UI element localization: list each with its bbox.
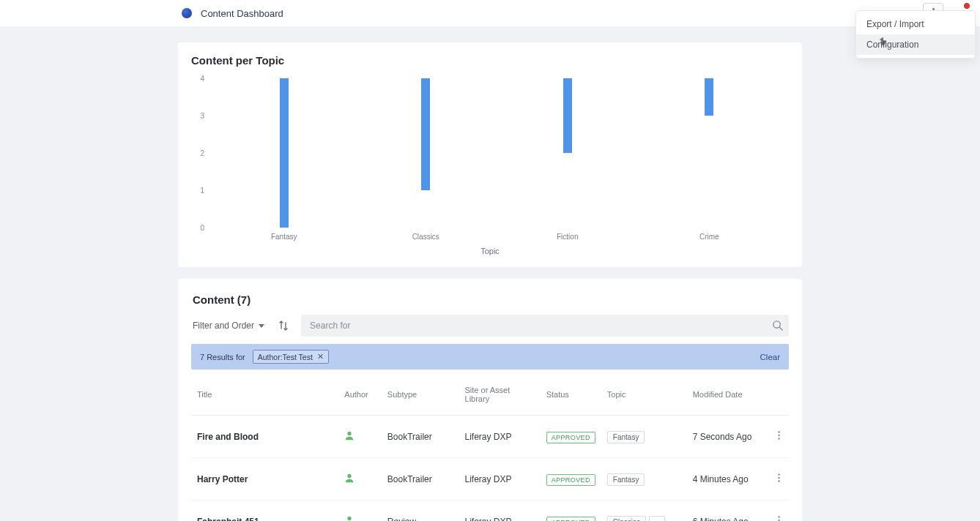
bar-slot: Fiction (497, 78, 639, 228)
cell-subtype: Review (382, 501, 459, 522)
cell-site: Liferay DXP (459, 416, 541, 458)
cell-author (338, 458, 381, 501)
content-count: (7) (237, 293, 250, 306)
bar-slot: Fantasy (213, 78, 355, 228)
topic-tag[interactable]: Classics (607, 516, 646, 522)
col-header-author[interactable]: Author (338, 372, 381, 416)
sort-direction-button[interactable] (275, 317, 292, 334)
cell-site: Liferay DXP (459, 501, 541, 522)
caret-down-icon (259, 324, 264, 328)
status-badge: APPROVED (546, 517, 595, 522)
status-badge: APPROVED (546, 474, 595, 486)
topic-more-button[interactable]: … (649, 516, 665, 522)
cell-status: APPROVED (541, 501, 601, 522)
chart-card: Content per Topic 01234 FantasyClassicsF… (178, 42, 802, 267)
bar-label: Classics (412, 233, 439, 241)
table-row[interactable]: Fire and BloodBookTrailerLiferay DXPAPPR… (191, 416, 789, 458)
cell-status: APPROVED (541, 458, 601, 501)
brand-icon (182, 8, 192, 18)
cell-modified: 6 Minutes Ago (687, 501, 770, 522)
cell-title: Harry Potter (191, 458, 338, 501)
chart: 01234 FantasyClassicsFictionCrime Topic (191, 74, 789, 250)
cell-subtype: BookTrailer (382, 458, 459, 501)
user-icon (344, 430, 354, 441)
y-tick: 3 (200, 112, 204, 120)
y-tick: 2 (200, 149, 204, 157)
cell-topic: Fantasy (601, 458, 687, 501)
content-section-title: Content (7) (191, 291, 789, 315)
col-header-site[interactable]: Site or Asset Library (459, 372, 541, 416)
svg-line-4 (779, 327, 782, 330)
topic-tag[interactable]: Fantasy (607, 431, 645, 443)
svg-point-9 (348, 474, 352, 478)
filter-clear-button[interactable]: Clear (760, 353, 780, 361)
cell-title: Fire and Blood (191, 416, 338, 458)
filter-chip-remove[interactable]: ✕ (317, 352, 324, 361)
cell-topic: Fantasy (601, 416, 687, 458)
page-title: Content Dashboard (201, 8, 283, 19)
chart-x-axis-label: Topic (480, 247, 500, 255)
menu-item-configuration[interactable]: Configuration (856, 34, 975, 55)
filter-chip-author: Author:Test Test ✕ (253, 350, 329, 364)
y-tick: 4 (200, 75, 204, 83)
row-actions-button[interactable] (769, 501, 789, 522)
content-title-prefix: Content (193, 293, 234, 306)
cell-topic: Classics… (601, 501, 687, 522)
bar-label: Crime (699, 233, 719, 241)
cell-site: Liferay DXP (459, 458, 541, 501)
row-actions-button[interactable] (769, 416, 789, 458)
table-row[interactable]: Harry PotterBookTrailerLiferay DXPAPPROV… (191, 458, 789, 501)
svg-point-7 (778, 435, 779, 436)
filter-and-order-dropdown[interactable]: Filter and Order (191, 316, 266, 335)
sort-icon (279, 321, 288, 331)
cell-author (338, 501, 381, 522)
table-row[interactable]: Fahrenheit 451ReviewLiferay DXPAPPROVEDC… (191, 501, 789, 522)
col-header-topic[interactable]: Topic (601, 372, 687, 416)
bar-label: Fantasy (271, 233, 297, 241)
menu-item-export-import[interactable]: Export / Import (856, 14, 975, 34)
content-card: Content (7) Filter and Order (178, 279, 802, 521)
cell-subtype: BookTrailer (382, 416, 459, 458)
cell-author (338, 416, 381, 458)
bar-slot: Classics (355, 78, 497, 228)
status-badge: APPROVED (546, 432, 595, 443)
search-icon (772, 320, 783, 331)
col-header-modified[interactable]: Modified Date (687, 372, 770, 416)
filter-order-label: Filter and Order (193, 321, 254, 331)
svg-point-11 (778, 477, 779, 479)
bar[interactable] (705, 78, 713, 116)
notification-badge (962, 1, 971, 10)
topbar: Content Dashboard Export / Import Config… (0, 0, 980, 26)
svg-point-5 (348, 432, 352, 435)
search-input[interactable] (301, 321, 789, 331)
svg-point-13 (348, 517, 352, 520)
filter-chip-label: Author:Test Test (258, 353, 313, 361)
bar[interactable] (280, 78, 289, 228)
content-table: Title Author Subtype Site or Asset Libra… (191, 372, 789, 521)
chart-title: Content per Topic (191, 54, 789, 67)
filter-results-lead: 7 Results for (200, 353, 245, 361)
col-header-status[interactable]: Status (541, 372, 601, 416)
svg-point-6 (778, 431, 779, 432)
active-filter-bar: 7 Results for Author:Test Test ✕ Clear (191, 344, 789, 370)
mouse-cursor-icon (879, 37, 889, 47)
col-header-title[interactable]: Title (191, 372, 338, 416)
svg-point-10 (778, 473, 779, 475)
bar-label: Fiction (557, 233, 578, 241)
bar[interactable] (421, 78, 430, 190)
svg-point-8 (778, 438, 779, 439)
search-wrap (301, 315, 789, 337)
topbar-kebab-dropdown: Export / Import Configuration (855, 10, 976, 59)
bar[interactable] (563, 78, 572, 153)
svg-point-14 (778, 516, 779, 517)
y-tick: 0 (200, 224, 204, 232)
content-toolbar: Filter and Order (191, 315, 789, 337)
user-icon (344, 473, 354, 483)
cell-modified: 7 Seconds Ago (687, 416, 770, 458)
col-header-subtype[interactable]: Subtype (382, 372, 459, 416)
row-actions-button[interactable] (769, 458, 789, 501)
cell-status: APPROVED (541, 416, 601, 458)
user-icon (344, 515, 354, 521)
bar-slot: Crime (639, 78, 781, 228)
topic-tag[interactable]: Fantasy (607, 473, 645, 486)
